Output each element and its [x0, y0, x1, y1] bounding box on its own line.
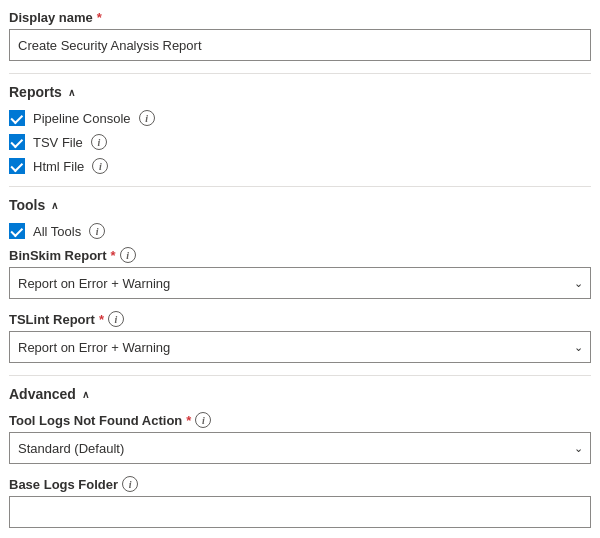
tool-logs-label: Tool Logs Not Found Action * i — [9, 412, 591, 428]
advanced-title: Advanced — [9, 386, 76, 402]
tool-logs-required: * — [186, 413, 191, 428]
pipeline-console-row: Pipeline Console i — [9, 110, 591, 126]
pipeline-console-label: Pipeline Console — [33, 111, 131, 126]
reports-header: Reports ∧ — [9, 84, 591, 100]
binskim-label: BinSkim Report * i — [9, 247, 591, 263]
binskim-info-icon[interactable]: i — [120, 247, 136, 263]
base-logs-label-text: Base Logs Folder — [9, 477, 118, 492]
tool-logs-group: Tool Logs Not Found Action * i Standard … — [9, 412, 591, 464]
tslint-select-wrapper: Report on Error + Warning Report on Erro… — [9, 331, 591, 363]
tslint-label-text: TSLint Report — [9, 312, 95, 327]
reports-title: Reports — [9, 84, 62, 100]
pipeline-console-info-icon[interactable]: i — [139, 110, 155, 126]
divider-tools — [9, 186, 591, 187]
tool-logs-select-wrapper: Standard (Default) Error Warning Ignore … — [9, 432, 591, 464]
base-logs-group: Base Logs Folder i — [9, 476, 591, 528]
base-logs-label: Base Logs Folder i — [9, 476, 591, 492]
advanced-header: Advanced ∧ — [9, 386, 591, 402]
advanced-section: Advanced ∧ Tool Logs Not Found Action * … — [9, 386, 591, 528]
all-tools-info-icon[interactable]: i — [89, 223, 105, 239]
html-file-info-icon[interactable]: i — [92, 158, 108, 174]
binskim-label-text: BinSkim Report — [9, 248, 107, 263]
display-name-input[interactable] — [9, 29, 591, 61]
tool-logs-info-icon[interactable]: i — [195, 412, 211, 428]
html-file-label: Html File — [33, 159, 84, 174]
tslint-group: TSLint Report * i Report on Error + Warn… — [9, 311, 591, 363]
tslint-label: TSLint Report * i — [9, 311, 591, 327]
tslint-select[interactable]: Report on Error + Warning Report on Erro… — [9, 331, 591, 363]
display-name-label: Display name * — [9, 10, 591, 25]
display-name-group: Display name * — [9, 10, 591, 61]
tools-section: Tools ∧ All Tools i BinSkim Report * i R… — [9, 197, 591, 363]
tsv-file-info-icon[interactable]: i — [91, 134, 107, 150]
binskim-required: * — [111, 248, 116, 263]
display-name-label-text: Display name — [9, 10, 93, 25]
pipeline-console-checkbox[interactable] — [9, 110, 25, 126]
all-tools-checkbox[interactable] — [9, 223, 25, 239]
advanced-chevron-icon[interactable]: ∧ — [82, 389, 89, 400]
all-tools-row: All Tools i — [9, 223, 591, 239]
reports-chevron-icon[interactable]: ∧ — [68, 87, 75, 98]
tool-logs-select[interactable]: Standard (Default) Error Warning Ignore — [9, 432, 591, 464]
html-file-checkbox[interactable] — [9, 158, 25, 174]
tools-chevron-icon[interactable]: ∧ — [51, 200, 58, 211]
tool-logs-label-text: Tool Logs Not Found Action — [9, 413, 182, 428]
tools-title: Tools — [9, 197, 45, 213]
display-name-required: * — [97, 10, 102, 25]
tsv-file-checkbox[interactable] — [9, 134, 25, 150]
tslint-required: * — [99, 312, 104, 327]
tslint-info-icon[interactable]: i — [108, 311, 124, 327]
tools-header: Tools ∧ — [9, 197, 591, 213]
tsv-file-label: TSV File — [33, 135, 83, 150]
html-file-row: Html File i — [9, 158, 591, 174]
base-logs-info-icon[interactable]: i — [122, 476, 138, 492]
binskim-group: BinSkim Report * i Report on Error + War… — [9, 247, 591, 299]
form-container: Display name * Reports ∧ Pipeline Consol… — [5, 10, 595, 528]
reports-section: Reports ∧ Pipeline Console i TSV File i … — [9, 84, 591, 174]
binskim-select[interactable]: Report on Error + Warning Report on Erro… — [9, 267, 591, 299]
divider-reports — [9, 73, 591, 74]
base-logs-input[interactable] — [9, 496, 591, 528]
tsv-file-row: TSV File i — [9, 134, 591, 150]
divider-advanced — [9, 375, 591, 376]
all-tools-label: All Tools — [33, 224, 81, 239]
binskim-select-wrapper: Report on Error + Warning Report on Erro… — [9, 267, 591, 299]
